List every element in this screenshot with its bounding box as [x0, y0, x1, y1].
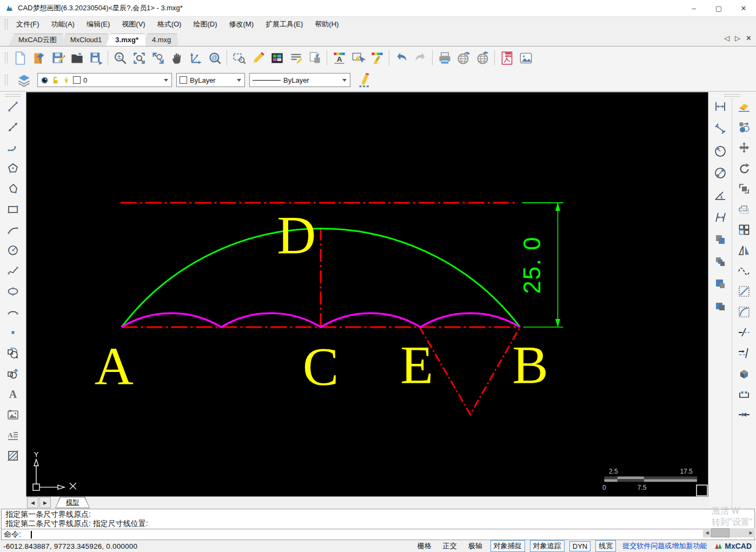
toolbar-grip[interactable]	[5, 94, 21, 97]
menu-express-tools[interactable]: 扩展工具(E)	[260, 17, 309, 31]
erase-button[interactable]	[734, 98, 754, 115]
dim-diameter-button[interactable]	[711, 164, 730, 182]
tab-mxcad-cloud[interactable]: MxCAD云图	[9, 34, 64, 46]
color-combobox[interactable]: ByLayer	[176, 73, 245, 87]
spline-button[interactable]	[3, 262, 23, 280]
undo-button[interactable]	[392, 49, 410, 67]
label-c[interactable]: C	[303, 336, 339, 396]
open-folder-button[interactable]	[68, 49, 86, 67]
toggle-dyn[interactable]: DYN	[569, 541, 591, 551]
scroll-right-button[interactable]: ▶	[747, 528, 755, 537]
create-block-button[interactable]	[3, 365, 23, 382]
menubar-grip[interactable]	[5, 19, 8, 30]
model-tab[interactable]: 模型	[55, 497, 90, 508]
linetype-combo-caret[interactable]	[340, 74, 349, 87]
tab-4mxg[interactable]: 4.mxg	[142, 34, 178, 46]
layout-next-button[interactable]: ▶	[39, 497, 51, 508]
menu-help[interactable]: 帮助(H)	[309, 17, 344, 31]
label-e[interactable]: E	[400, 335, 433, 395]
trim-button[interactable]	[734, 324, 754, 341]
insert-image-button[interactable]	[516, 49, 535, 67]
extend-button[interactable]	[734, 344, 754, 362]
text-style-button[interactable]: A	[330, 49, 348, 67]
toggle-otrack[interactable]: 对象追踪	[530, 540, 565, 552]
toggle-osnap[interactable]: 对象捕捉	[490, 540, 525, 552]
toggle-polar[interactable]: 极轴	[465, 541, 486, 551]
mtext-button[interactable]: A	[3, 427, 23, 444]
zoom-window-button[interactable]	[130, 49, 148, 67]
polyline-button[interactable]	[3, 139, 23, 156]
zoom-extents-button[interactable]	[149, 49, 167, 67]
label-d[interactable]: D	[277, 205, 316, 265]
image-button[interactable]	[3, 406, 23, 423]
print-button[interactable]	[435, 49, 454, 67]
paste-block-button[interactable]	[711, 297, 730, 315]
open-cloud-button[interactable]	[30, 49, 48, 67]
layer-combo-caret[interactable]	[161, 74, 170, 87]
label-b[interactable]: B	[512, 335, 548, 395]
move-button[interactable]	[734, 139, 754, 156]
page-copy-button[interactable]	[306, 49, 324, 67]
linetype-combobox[interactable]: ByLayer	[249, 73, 350, 87]
close-button[interactable]: ✕	[731, 0, 756, 16]
copy-clip-button[interactable]	[711, 231, 730, 248]
menu-format[interactable]: 格式(O)	[151, 17, 188, 31]
insert-block-button[interactable]	[3, 344, 23, 362]
zoom-adjust-button[interactable]: ±	[111, 49, 129, 67]
select-zoom-button[interactable]	[230, 49, 248, 67]
tab-mxcloud1[interactable]: MxCloud1	[61, 34, 110, 46]
centerline-v-shape[interactable]	[420, 327, 520, 414]
rotate-button[interactable]	[734, 159, 754, 177]
color-palette-button[interactable]	[268, 49, 286, 67]
dim-aligned-button[interactable]	[711, 120, 730, 137]
break-button[interactable]	[734, 385, 754, 403]
circle-button[interactable]	[3, 242, 23, 259]
drawing-canvas[interactable]: 25. 0 A C E B D	[26, 92, 708, 496]
label-a[interactable]: A	[95, 336, 134, 396]
join-button[interactable]	[734, 406, 754, 423]
revision-cloud-button[interactable]	[734, 262, 754, 280]
hatch-button[interactable]	[3, 447, 23, 464]
fillet-button[interactable]	[734, 303, 754, 321]
tab-3mxg[interactable]: 3.mxg*	[105, 34, 146, 46]
explode-button[interactable]	[734, 365, 754, 382]
array-button[interactable]	[734, 221, 754, 238]
command-input[interactable]: 命令:	[1, 529, 755, 540]
quick-select-button[interactable]	[349, 49, 367, 67]
match-properties-button[interactable]	[368, 49, 386, 67]
viewport-corner-box[interactable]	[697, 485, 707, 496]
scroll-left-button[interactable]: ◀	[703, 528, 711, 537]
tab-close-button[interactable]: ✕	[746, 34, 752, 42]
pan-button[interactable]	[168, 49, 186, 67]
draw-pencil-button[interactable]	[249, 49, 267, 67]
construction-line-button[interactable]	[3, 118, 23, 136]
save-as-button[interactable]	[87, 49, 105, 67]
scrollbar-track[interactable]	[730, 528, 747, 537]
line-button[interactable]	[3, 98, 23, 115]
text-button[interactable]: A	[3, 385, 23, 403]
offset-button[interactable]	[734, 201, 754, 218]
arc-button[interactable]	[3, 221, 23, 238]
ucs-button[interactable]	[187, 49, 205, 67]
rectangle-button[interactable]	[3, 201, 23, 218]
mirror-button[interactable]	[734, 242, 754, 259]
new-file-button[interactable]	[11, 49, 29, 67]
text-lines-button[interactable]	[287, 49, 305, 67]
toolbar-grip[interactable]	[5, 52, 8, 63]
export-pdf-button[interactable]: PDF	[498, 49, 516, 67]
lengthen-button[interactable]	[734, 283, 754, 300]
ellipse-arc-button[interactable]	[3, 303, 23, 321]
menu-function[interactable]: 功能(A)	[45, 17, 81, 31]
toolbar-grip[interactable]	[725, 94, 740, 97]
menu-edit[interactable]: 编辑(E)	[81, 17, 116, 31]
minimize-button[interactable]: –	[681, 0, 706, 16]
publish-web-button[interactable]	[454, 49, 473, 67]
dim-linear-button[interactable]	[711, 98, 730, 115]
dimension-text[interactable]: 25. 0	[519, 236, 545, 294]
menu-view[interactable]: 视图(V)	[116, 17, 151, 31]
linetype-edit-button[interactable]	[355, 71, 373, 89]
scrollbar-thumb[interactable]	[711, 528, 730, 537]
open-web-button[interactable]	[473, 49, 492, 67]
dim-baseline-button[interactable]	[711, 209, 730, 226]
tab-prev-button[interactable]: ◁	[724, 34, 730, 42]
